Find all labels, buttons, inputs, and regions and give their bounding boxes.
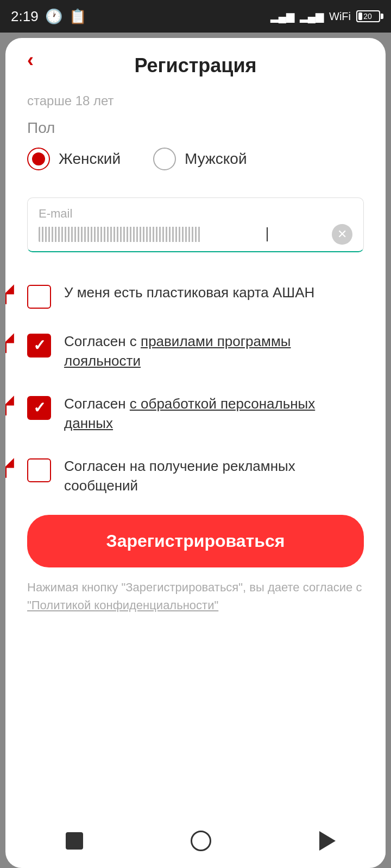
register-button[interactable]: Зарегистрироваться bbox=[27, 515, 364, 567]
checkbox-ads-label: Согласен на получение рекламных сообщени… bbox=[64, 456, 364, 496]
signal-icon-2: ▂▄▆ bbox=[300, 10, 324, 23]
checkmark-icon-2: ✓ bbox=[33, 400, 46, 416]
email-field-wrapper: E-mail ✕ bbox=[27, 197, 364, 252]
nav-home-button[interactable] bbox=[187, 827, 215, 854]
svg-marker-0 bbox=[5, 284, 14, 304]
svg-marker-1 bbox=[5, 333, 14, 353]
battery-percent: 20 bbox=[363, 12, 372, 21]
arrow-indicator-3 bbox=[5, 391, 19, 420]
radio-female[interactable] bbox=[27, 148, 50, 170]
back-button[interactable]: ‹ bbox=[27, 50, 34, 70]
gender-row: Женский Мужской bbox=[27, 148, 364, 170]
nav-square-icon bbox=[66, 832, 83, 850]
checkbox-ads-row: Согласен на получение рекламных сообщени… bbox=[27, 448, 364, 505]
page-title: Регистрация bbox=[134, 54, 256, 77]
gender-female-option[interactable]: Женский bbox=[27, 148, 121, 170]
svg-marker-2 bbox=[5, 395, 14, 416]
disclaimer: Нажимая кнопку "Зарегистрироваться", вы … bbox=[27, 578, 364, 614]
checkbox-personal-data[interactable]: ✓ bbox=[27, 396, 51, 420]
phone-screen: ‹ Регистрация старше 18 лет Пол Женский … bbox=[5, 38, 386, 868]
gender-female-label: Женский bbox=[59, 150, 121, 168]
status-time: 2:19 bbox=[11, 8, 39, 25]
gender-male-label: Мужской bbox=[185, 150, 247, 168]
email-value[interactable] bbox=[39, 227, 201, 242]
checkbox-loyalty[interactable]: ✓ bbox=[27, 334, 51, 358]
checkbox-personal-data-label: Согласен с обработкой персональных данны… bbox=[64, 394, 364, 433]
cursor-blink bbox=[266, 227, 268, 241]
checkbox-plastic-card[interactable] bbox=[27, 285, 51, 309]
alarm-icon: 🕐 bbox=[45, 8, 62, 25]
content-area: старше 18 лет Пол Женский Мужской E-mail bbox=[5, 82, 386, 819]
gender-male-option[interactable]: Мужской bbox=[153, 148, 247, 170]
nav-square-button[interactable] bbox=[61, 827, 88, 854]
checkbox-personal-data-row: ✓ Согласен с обработкой персональных дан… bbox=[27, 385, 364, 442]
status-icons: ▂▄▆ ▂▄▆ WiFi 20 bbox=[270, 10, 380, 23]
arrow-indicator-2 bbox=[5, 328, 19, 358]
message-icon: 📋 bbox=[69, 8, 86, 25]
nav-back-button[interactable] bbox=[314, 827, 341, 854]
radio-female-inner bbox=[32, 152, 45, 165]
nav-circle-icon bbox=[191, 831, 211, 851]
checkboxes-area: У меня есть пластиковая карта АШАН ✓ Сог… bbox=[27, 274, 364, 504]
gender-section-label: Пол bbox=[27, 119, 364, 137]
checkbox-ads[interactable] bbox=[27, 458, 51, 482]
status-bar: 2:19 🕐 📋 ▂▄▆ ▂▄▆ WiFi 20 bbox=[0, 0, 391, 33]
battery-icon: 20 bbox=[356, 10, 380, 22]
wifi-icon: WiFi bbox=[329, 10, 351, 23]
nav-triangle-icon bbox=[319, 831, 336, 851]
arrow-indicator-1 bbox=[5, 279, 19, 309]
checkbox-plastic-card-row: У меня есть пластиковая карта АШАН bbox=[27, 274, 364, 317]
svg-marker-3 bbox=[5, 458, 14, 478]
checkbox-plastic-card-label: У меня есть пластиковая карта АШАН bbox=[64, 283, 314, 302]
page-header: ‹ Регистрация bbox=[5, 38, 386, 82]
age-hint: старше 18 лет bbox=[27, 88, 364, 119]
arrow-indicator-4 bbox=[5, 453, 19, 483]
nav-bar bbox=[11, 819, 386, 863]
radio-male[interactable] bbox=[153, 148, 176, 170]
clear-email-button[interactable]: ✕ bbox=[332, 224, 352, 245]
email-value-row: ✕ bbox=[39, 224, 352, 245]
checkbox-loyalty-row: ✓ Согласен с правилами программы лояльно… bbox=[27, 323, 364, 380]
checkbox-loyalty-label: Согласен с правилами программы лояльност… bbox=[64, 331, 364, 371]
checkmark-icon: ✓ bbox=[33, 338, 46, 353]
signal-icon: ▂▄▆ bbox=[270, 10, 294, 23]
email-label: E-mail bbox=[39, 207, 352, 221]
